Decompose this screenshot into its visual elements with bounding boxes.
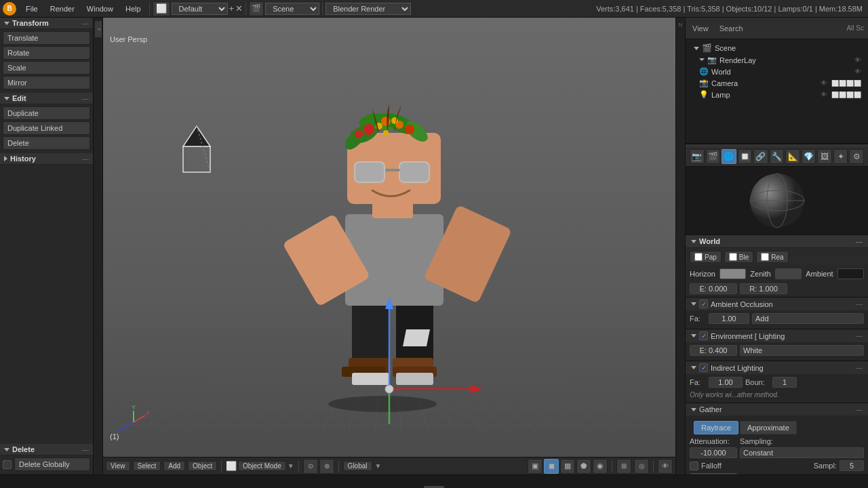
ambient-color-swatch[interactable] xyxy=(837,268,864,279)
overlay-btn[interactable]: 👁 xyxy=(658,459,673,474)
menu-window[interactable]: Window xyxy=(81,3,119,14)
sampl-field[interactable]: 5 xyxy=(840,460,864,471)
outliner-search-btn[interactable]: Search xyxy=(717,23,746,34)
side-tab-tools[interactable]: T xyxy=(94,20,102,38)
approximate-tab-btn[interactable]: Approximate xyxy=(740,421,797,434)
local-global-btn[interactable]: ⊛ xyxy=(319,459,334,474)
world-e-field[interactable]: E: 0.000 xyxy=(690,283,737,294)
ao-add-dropdown[interactable]: Add xyxy=(752,313,864,324)
persp-ortho-btn[interactable]: ⊙ xyxy=(303,459,318,474)
duplicate-linked-btn[interactable]: Duplicate Linked xyxy=(3,121,90,135)
outliner-tree-area: 🎬 Scene 📷 RenderLay 👁 🌐 World 👁 xyxy=(686,39,868,144)
material-btn[interactable]: ⬟ xyxy=(576,459,591,474)
outliner-view-btn[interactable]: View xyxy=(690,23,711,34)
editor-type-btn[interactable]: ⬜ xyxy=(153,1,170,16)
duplicate-btn[interactable]: Duplicate xyxy=(3,106,90,120)
select-menu-btn[interactable]: Select xyxy=(133,461,161,471)
wireframe-btn[interactable]: ▣ xyxy=(528,459,542,474)
renderlayer-eye[interactable]: 👁 xyxy=(854,56,861,64)
orientation-dropdown-arrow[interactable]: ▼ xyxy=(375,462,382,470)
scene-label: Scene xyxy=(715,44,736,52)
env-e-field[interactable]: E: 0.400 xyxy=(690,345,737,356)
viewport[interactable]: User Persp xyxy=(103,18,675,474)
lamp-eye[interactable]: 👁 xyxy=(821,91,827,98)
sampling-dropdown[interactable]: Constant xyxy=(740,447,864,458)
menu-file[interactable]: File xyxy=(20,3,43,14)
constraint-props-tab[interactable]: 🔗 xyxy=(753,149,768,164)
ao-panel-header[interactable]: Ambient Occlusion — xyxy=(686,298,868,310)
delete-panel-header[interactable]: Delete — xyxy=(0,444,93,455)
view-menu-btn[interactable]: View xyxy=(106,461,130,471)
camera-eye[interactable]: 👁 xyxy=(821,79,827,87)
world-r-field[interactable]: R: 1.000 xyxy=(740,283,787,294)
env-checkbox[interactable] xyxy=(699,331,708,340)
transform-panel-header[interactable]: Transform — xyxy=(0,18,93,29)
raytrace-tab-btn[interactable]: Raytrace xyxy=(694,421,738,434)
rendered-btn[interactable]: ◉ xyxy=(593,459,608,474)
pap-tab[interactable]: Pap xyxy=(690,251,722,263)
object-mode-btn[interactable]: Object Mode xyxy=(238,461,286,471)
render-engine-selector[interactable]: Blender Render xyxy=(326,3,411,15)
object-props-tab[interactable]: 🔲 xyxy=(738,149,753,164)
object-menu-btn[interactable]: Object xyxy=(188,461,217,471)
history-panel-header[interactable]: History — xyxy=(0,153,93,165)
proportional-edit-btn[interactable]: ◎ xyxy=(634,459,649,474)
delete-globally-btn[interactable]: Delete Globally xyxy=(14,458,90,471)
edit-panel-header[interactable]: Edit — xyxy=(0,93,93,104)
ind-fa-field[interactable]: 1.00 xyxy=(709,377,743,388)
rotate-btn[interactable]: Rotate xyxy=(3,46,90,60)
screen-selector[interactable]: Default xyxy=(172,3,228,15)
ao-fa-field[interactable]: 1.00 xyxy=(709,313,749,324)
delete-btn[interactable]: Delete xyxy=(3,136,90,150)
camera-item[interactable]: 📸 Camera 👁 ⬜⬜⬜⬜ xyxy=(690,77,864,89)
rea-checkbox[interactable] xyxy=(761,253,769,261)
translate-btn[interactable]: Translate xyxy=(3,31,90,45)
mirror-btn[interactable]: Mirror xyxy=(3,76,90,89)
delete-globally-checkbox[interactable] xyxy=(3,460,12,469)
world-eye[interactable]: 👁 xyxy=(854,68,861,75)
ble-tab[interactable]: Ble xyxy=(724,251,753,263)
material-props-tab[interactable]: 💎 xyxy=(802,149,816,164)
scale-btn[interactable]: Scale xyxy=(3,61,90,75)
falloff-checkbox[interactable] xyxy=(690,462,698,470)
zenith-color-swatch[interactable] xyxy=(775,268,802,279)
menu-render[interactable]: Render xyxy=(45,3,80,14)
render-props-tab[interactable]: 📷 xyxy=(690,149,705,164)
particles-props-tab[interactable]: ✦ xyxy=(833,149,848,164)
ind-checkbox[interactable] xyxy=(699,363,708,372)
physics-props-tab[interactable]: ⚙ xyxy=(849,149,864,164)
right-strip-icon-1[interactable]: N xyxy=(677,20,685,28)
scene-selector[interactable]: Scene xyxy=(265,3,319,15)
world-item[interactable]: 🌐 World 👁 xyxy=(690,66,864,77)
add-screen-btn[interactable]: + xyxy=(229,3,235,14)
transform-orientation-btn[interactable]: Global xyxy=(343,461,372,471)
add-menu-btn[interactable]: Add xyxy=(163,461,185,471)
del-screen-btn[interactable]: ✕ xyxy=(235,3,243,14)
world-props-tab[interactable]: 🌐 xyxy=(722,149,736,164)
ind-panel-header[interactable]: Indirect Lighting — xyxy=(686,361,868,374)
pap-checkbox[interactable] xyxy=(694,253,703,261)
env-panel-header[interactable]: Environment [ Lighting — xyxy=(686,329,868,342)
attenuation-field[interactable]: -10.000 xyxy=(690,447,737,458)
menu-help[interactable]: Help xyxy=(120,3,146,14)
snap-btn[interactable]: ⊞ xyxy=(616,459,631,474)
rea-tab[interactable]: Rea xyxy=(756,251,788,263)
ind-boun-field[interactable]: 1 xyxy=(772,377,797,388)
scene-props-tab[interactable]: 🎬 xyxy=(706,149,721,164)
texture-btn[interactable]: ▦ xyxy=(560,459,575,474)
ao-checkbox[interactable] xyxy=(699,300,708,308)
solid-btn[interactable]: ◼ xyxy=(544,459,559,474)
env-color-dropdown[interactable]: White xyxy=(740,345,864,356)
lamp-item[interactable]: 💡 Lamp 👁 ⬜⬜⬜⬜ xyxy=(690,89,864,100)
world-section-header[interactable]: World — xyxy=(686,235,868,248)
renderlayer-item[interactable]: 📷 RenderLay 👁 xyxy=(690,54,864,66)
modifier-props-tab[interactable]: 🔧 xyxy=(770,149,785,164)
blender-logo[interactable]: B xyxy=(3,2,16,16)
mode-dropdown-arrow[interactable]: ▼ xyxy=(288,462,294,470)
gather-panel-header[interactable]: Gather — xyxy=(686,403,868,415)
horizon-color-swatch[interactable] xyxy=(719,268,746,279)
data-props-tab[interactable]: 📐 xyxy=(785,149,800,164)
texture-props-tab[interactable]: 🖼 xyxy=(817,149,832,164)
scene-root-item[interactable]: 🎬 Scene xyxy=(690,42,864,54)
ble-checkbox[interactable] xyxy=(729,253,737,261)
